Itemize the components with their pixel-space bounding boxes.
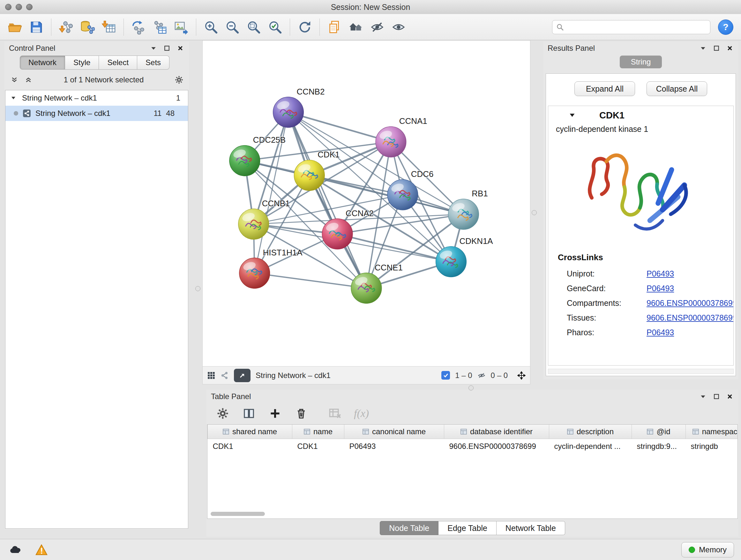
- open-session-icon[interactable]: [5, 17, 25, 37]
- expand-all-icon[interactable]: [24, 76, 32, 84]
- panel-menu-icon[interactable]: [149, 44, 158, 52]
- network-from-table-icon[interactable]: [150, 17, 170, 37]
- network-share-icon[interactable]: [220, 371, 229, 380]
- cdk1-section-header[interactable]: CDK1: [548, 106, 733, 125]
- network-node-CDKN1A[interactable]: CDKN1A: [436, 237, 493, 277]
- show-columns-icon[interactable]: [242, 406, 256, 421]
- help-icon[interactable]: ?: [718, 19, 733, 35]
- zoom-out-icon[interactable]: [222, 17, 242, 37]
- collapse-all-icon[interactable]: [10, 76, 18, 84]
- network-edge[interactable]: [288, 112, 391, 142]
- zoom-in-icon[interactable]: [201, 17, 221, 37]
- results-horizontal-scrollbar[interactable]: [548, 369, 734, 374]
- crosslink-value-link[interactable]: P06493: [647, 269, 733, 278]
- panel-close-icon[interactable]: [176, 44, 185, 52]
- import-network-database-icon[interactable]: [77, 17, 97, 37]
- crosslink-value-link[interactable]: P06493: [647, 284, 733, 293]
- panel-menu-icon[interactable]: [699, 44, 707, 52]
- table-settings-gear-icon[interactable]: [215, 406, 230, 421]
- birds-eye-view-icon[interactable]: [207, 371, 215, 380]
- network-node-CDC25B[interactable]: CDC25B: [229, 135, 286, 176]
- search-box[interactable]: [552, 20, 711, 34]
- hidden-eye-icon[interactable]: [477, 371, 486, 380]
- network-node-CCNB1[interactable]: CCNB1: [239, 199, 290, 240]
- panel-float-icon[interactable]: [163, 44, 171, 52]
- panel-float-icon[interactable]: [712, 44, 721, 52]
- column-header--id[interactable]: @id: [632, 425, 686, 439]
- pan-move-icon[interactable]: [517, 371, 526, 380]
- tab-sets[interactable]: Sets: [137, 56, 170, 70]
- panel-close-icon[interactable]: [726, 392, 734, 401]
- tab-string[interactable]: String: [620, 56, 662, 68]
- delete-column-trash-icon[interactable]: [294, 406, 309, 421]
- close-window-button[interactable]: [5, 4, 11, 10]
- gear-icon[interactable]: [175, 76, 183, 84]
- column-header-shared-name[interactable]: shared name: [208, 425, 292, 439]
- panel-menu-icon[interactable]: [699, 392, 707, 401]
- show-all-icon[interactable]: [389, 17, 408, 37]
- crosslink-value-link[interactable]: 9606.ENSP00000378699: [647, 299, 734, 308]
- zoom-selected-icon[interactable]: [265, 17, 285, 37]
- save-session-icon[interactable]: [26, 17, 46, 37]
- clone-network-icon[interactable]: [129, 17, 148, 37]
- import-network-file-icon[interactable]: [56, 17, 76, 37]
- selected-checkbox-icon[interactable]: [441, 371, 450, 380]
- column-header-name[interactable]: name: [292, 425, 344, 439]
- detach-view-button[interactable]: [234, 369, 251, 382]
- section-expander-icon[interactable]: [568, 111, 576, 119]
- maximize-window-button[interactable]: [26, 4, 32, 10]
- expand-all-button[interactable]: Expand All: [575, 81, 635, 96]
- table-cell[interactable]: 9606.ENSP00000378699: [444, 439, 549, 454]
- table-cell[interactable]: CDK1: [292, 439, 344, 454]
- import-table-icon[interactable]: [99, 17, 119, 37]
- network-edge[interactable]: [255, 273, 366, 288]
- network-edge[interactable]: [288, 112, 366, 288]
- warning-icon[interactable]: [33, 543, 50, 557]
- table-cell[interactable]: CDK1: [208, 439, 292, 454]
- column-header-database-identifier[interactable]: database identifier: [444, 425, 549, 439]
- panel-close-icon[interactable]: [726, 44, 734, 52]
- table-cell[interactable]: stringdb:9...: [632, 439, 686, 454]
- column-header-namespac[interactable]: namespac: [686, 425, 738, 439]
- search-input[interactable]: [567, 22, 706, 32]
- export-image-icon[interactable]: [172, 17, 191, 37]
- memory-button[interactable]: Memory: [681, 542, 734, 557]
- network-node-CDK1[interactable]: CDK1: [294, 150, 340, 191]
- tab-node-table[interactable]: Node Table: [380, 521, 439, 535]
- tree-expander-icon[interactable]: [9, 94, 17, 102]
- panel-float-icon[interactable]: [712, 392, 721, 401]
- network-node-HIST1H1A[interactable]: HIST1H1A: [239, 248, 303, 289]
- table-row[interactable]: CDK1CDK1P064939606.ENSP00000378699cyclin…: [208, 439, 738, 454]
- tab-edge-table[interactable]: Edge Table: [439, 521, 496, 535]
- tab-style[interactable]: Style: [65, 56, 99, 70]
- network-collection-row[interactable]: String Network – cdk1 1: [5, 90, 188, 106]
- minimize-window-button[interactable]: [16, 4, 22, 10]
- tab-network[interactable]: Network: [20, 56, 65, 70]
- tab-select[interactable]: Select: [99, 56, 137, 70]
- zoom-fit-icon[interactable]: [244, 17, 264, 37]
- column-header-description[interactable]: description: [549, 425, 632, 439]
- refresh-layout-icon[interactable]: [295, 17, 315, 37]
- network-row[interactable]: String Network – cdk1 11 48: [5, 106, 188, 121]
- table-cell[interactable]: P06493: [344, 439, 444, 454]
- splitter-handle[interactable]: [468, 385, 474, 390]
- table-cell[interactable]: stringdb: [686, 439, 738, 454]
- hide-selected-icon[interactable]: [367, 17, 387, 37]
- splitter-handle[interactable]: [532, 210, 537, 215]
- table-horizontal-scrollbar[interactable]: [211, 512, 265, 516]
- tab-network-table[interactable]: Network Table: [496, 521, 565, 535]
- network-node-CCNE1[interactable]: CCNE1: [351, 263, 403, 304]
- first-neighbors-icon[interactable]: [346, 17, 366, 37]
- collapse-all-button[interactable]: Collapse All: [647, 81, 707, 96]
- cloud-icon[interactable]: [7, 543, 23, 557]
- network-canvas[interactable]: CCNB2CCNA1CDC25BCDK1CDC6RB1CCNB1CCNA2CDK…: [202, 40, 530, 367]
- network-node-CCNB2[interactable]: CCNB2: [273, 87, 325, 128]
- network-node-CDC6[interactable]: CDC6: [387, 170, 433, 210]
- crosslink-value-link[interactable]: 9606.ENSP00000378699: [647, 313, 734, 322]
- splitter-handle[interactable]: [195, 286, 200, 291]
- network-node-CCNA1[interactable]: CCNA1: [376, 117, 427, 157]
- network-node-RB1[interactable]: RB1: [448, 189, 488, 230]
- add-column-icon[interactable]: [268, 406, 282, 421]
- crosslink-value-link[interactable]: P06493: [647, 328, 733, 337]
- column-header-canonical-name[interactable]: canonical name: [344, 425, 444, 439]
